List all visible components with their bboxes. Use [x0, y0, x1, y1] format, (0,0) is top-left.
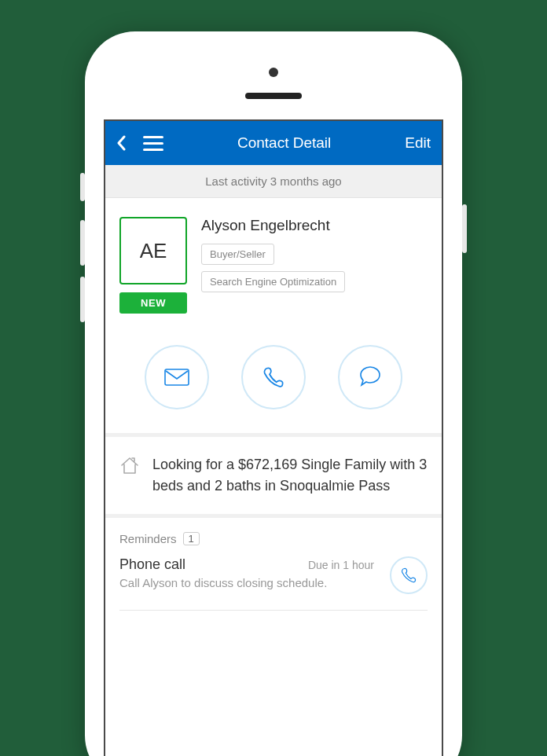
- tag[interactable]: Search Engine Optimization: [201, 271, 345, 292]
- speaker-grille: [245, 93, 302, 99]
- page-title: Contact Detail: [163, 134, 405, 152]
- edit-button[interactable]: Edit: [405, 134, 431, 152]
- phone-frame: Contact Detail Edit Last activity 3 mont…: [85, 31, 462, 756]
- chat-icon: [358, 365, 383, 389]
- app-header: Contact Detail Edit: [105, 121, 442, 165]
- reminder-call-button[interactable]: [390, 556, 428, 594]
- screen: Contact Detail Edit Last activity 3 mont…: [104, 119, 443, 756]
- call-button[interactable]: [241, 345, 306, 409]
- looking-text: Looking for a $672,169 Single Family wit…: [152, 454, 428, 497]
- phone-icon: [262, 365, 285, 389]
- reminders-label: Reminders: [119, 532, 177, 545]
- contact-summary: AE NEW Alyson Engelbrecht Buyer/Seller S…: [105, 198, 442, 329]
- looking-card: Looking for a $672,169 Single Family wit…: [105, 437, 442, 518]
- reminder-due: Due in 1 hour: [308, 559, 374, 571]
- status-badge: NEW: [119, 292, 187, 314]
- contact-name: Alyson Engelbrecht: [201, 217, 428, 234]
- volume-up: [80, 220, 85, 266]
- chat-button[interactable]: [338, 345, 402, 409]
- reminders-section: Reminders 1 Phone call Due in 1 hour Cal…: [105, 518, 442, 611]
- action-row: [105, 329, 442, 437]
- tag[interactable]: Buyer/Seller: [201, 244, 274, 265]
- phone-icon: [400, 567, 417, 584]
- reminders-count: 1: [183, 532, 200, 545]
- avatar: AE: [119, 217, 187, 284]
- back-icon[interactable]: [116, 135, 126, 151]
- power-button: [462, 204, 467, 253]
- camera-dot: [269, 68, 278, 77]
- activity-bar: Last activity 3 months ago: [105, 165, 442, 198]
- reminder-item[interactable]: Phone call Due in 1 hour Call Alyson to …: [119, 556, 428, 611]
- volume-down: [80, 277, 85, 322]
- svg-rect-0: [165, 369, 189, 385]
- reminder-title: Phone call: [119, 556, 185, 573]
- menu-icon[interactable]: [143, 136, 163, 151]
- reminder-desc: Call Alyson to discuss closing schedule.: [119, 576, 384, 589]
- mail-icon: [164, 369, 189, 386]
- mute-switch: [80, 173, 85, 201]
- house-icon: [119, 456, 140, 476]
- email-button[interactable]: [145, 345, 209, 409]
